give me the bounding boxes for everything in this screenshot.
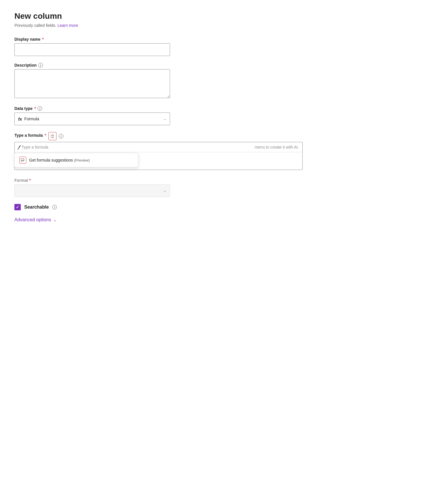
page-subtitle: Previously called fields. Learn more: [14, 23, 414, 28]
advanced-options-chevron-icon: ⌄: [53, 218, 57, 222]
suggestions-icon: [19, 157, 26, 164]
searchable-info-icon: i: [52, 205, 57, 209]
formula-info-icon: i: [59, 134, 63, 138]
format-section: Format * ⌄: [14, 178, 170, 197]
formula-ai-hint: menu to create it with AI.: [255, 145, 299, 149]
get-formula-suggestions-item[interactable]: Get formula suggestions (Preview): [15, 153, 138, 167]
subtitle-text: Previously called fields.: [14, 23, 56, 28]
format-chevron-icon: ⌄: [163, 189, 166, 193]
data-type-select[interactable]: fx Formula ⌄: [14, 113, 170, 125]
format-label: Format *: [14, 178, 170, 183]
data-type-select-wrapper: fx Formula ⌄: [14, 113, 170, 125]
data-type-label: Data type * i: [14, 106, 170, 111]
page-title: New column: [14, 12, 414, 21]
required-star: *: [42, 37, 44, 42]
advanced-options-row[interactable]: Advanced options ⌄: [14, 217, 414, 222]
fx-icon: fx: [18, 117, 22, 121]
required-star-data-type: *: [34, 106, 36, 111]
formula-section: Type a formula * i 𝑓 Type a formula menu…: [14, 132, 303, 170]
searchable-row: ✓ Searchable i: [14, 204, 414, 210]
formula-main-area: 𝑓 Type a formula menu to create it with …: [14, 142, 303, 170]
searchable-label: Searchable: [24, 205, 49, 210]
required-star-format: *: [29, 178, 31, 183]
description-label: Description i: [14, 63, 170, 68]
description-info-icon: i: [38, 63, 43, 68]
data-type-section: Data type * i fx Formula ⌄: [14, 106, 170, 125]
formula-label: Type a formula *: [14, 133, 46, 138]
formula-expand-button[interactable]: [48, 132, 56, 140]
spacer: [14, 172, 414, 178]
data-type-value: Formula: [24, 117, 39, 121]
chevron-down-icon: ⌄: [163, 117, 166, 121]
formula-placeholder: Type a formula: [22, 145, 48, 149]
description-input[interactable]: [14, 69, 170, 98]
format-select[interactable]: ⌄: [14, 184, 170, 197]
data-type-select-content: fx Formula: [18, 117, 39, 121]
preview-badge: (Preview): [74, 158, 90, 162]
advanced-options-label: Advanced options: [14, 217, 51, 222]
searchable-checkbox[interactable]: ✓: [14, 204, 21, 210]
display-name-section: Display name *: [14, 37, 170, 56]
description-section: Description i: [14, 63, 170, 99]
formula-dropdown: Get formula suggestions (Preview): [14, 153, 138, 167]
learn-more-link[interactable]: Learn more: [57, 23, 78, 28]
formula-toolbar: 𝑓 Type a formula menu to create it with …: [15, 142, 302, 152]
checkmark-icon: ✓: [16, 205, 19, 209]
formula-fx-icon: 𝑓: [18, 145, 19, 150]
data-type-info-icon: i: [37, 106, 42, 111]
display-name-input[interactable]: [14, 43, 170, 56]
formula-label-row: Type a formula * i: [14, 132, 303, 140]
suggestions-label: Get formula suggestions (Preview): [29, 158, 90, 162]
display-name-label: Display name *: [14, 37, 170, 42]
required-star-formula: *: [45, 133, 46, 138]
